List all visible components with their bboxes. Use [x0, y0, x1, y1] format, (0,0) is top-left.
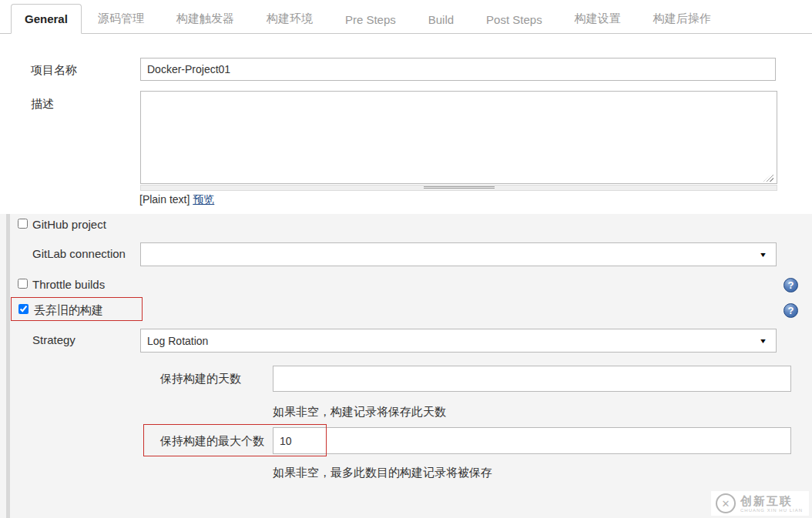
help-icon-throttle-builds[interactable]: ?	[783, 278, 798, 292]
project-name-label: 项目名称	[31, 63, 77, 78]
resize-grip-icon	[424, 186, 495, 189]
tab-build-settings[interactable]: 构建设置	[559, 4, 637, 34]
discard-old-builds-label: 丢弃旧的构建	[34, 303, 103, 318]
project-name-input[interactable]	[140, 58, 776, 81]
chevron-down-icon: ▼	[759, 337, 767, 345]
section-indent-bar	[6, 214, 10, 518]
max-builds-label: 保持构建的最大个数	[160, 434, 264, 449]
github-project-checkbox[interactable]	[18, 219, 28, 229]
tab-build-environment[interactable]: 构建环境	[250, 4, 329, 34]
jenkins-job-config-page: General 源码管理 构建触发器 构建环境 Pre Steps Build …	[0, 0, 812, 518]
textarea-resize-bar[interactable]	[140, 185, 777, 191]
days-to-keep-label: 保持构建的天数	[160, 372, 241, 386]
preview-link[interactable]: 预览	[193, 193, 214, 206]
description-textarea[interactable]	[140, 91, 777, 184]
strategy-select[interactable]: Log Rotation ▼	[140, 329, 777, 353]
throttle-builds-label: Throttle builds	[32, 278, 105, 291]
tab-build-triggers[interactable]: 构建触发器	[160, 4, 250, 34]
throttle-builds-checkbox[interactable]	[18, 279, 28, 289]
description-mode-text: [Plain text]	[139, 193, 190, 206]
watermark-logo-icon: ✕	[716, 493, 736, 513]
chevron-down-icon: ▼	[759, 251, 767, 259]
days-to-keep-help-text: 如果非空，构建记录将保存此天数	[273, 405, 446, 419]
days-to-keep-input[interactable]	[273, 366, 791, 392]
watermark-subtitle: CHUANG XIN HU LIAN	[740, 508, 803, 513]
strategy-value: Log Rotation	[147, 335, 208, 347]
watermark-brand: 创新互联	[740, 495, 803, 506]
description-label: 描述	[31, 97, 54, 112]
gitlab-connection-label: GitLab connection	[32, 247, 126, 260]
tab-source-code-mgmt[interactable]: 源码管理	[82, 4, 160, 34]
discard-old-builds-checkbox[interactable]	[18, 304, 29, 314]
strategy-label: Strategy	[32, 333, 75, 346]
description-preview-row: [Plain text] 预览	[139, 193, 214, 207]
tab-pre-steps[interactable]: Pre Steps	[329, 5, 412, 34]
max-builds-help-text: 如果非空，最多此数目的构建记录将被保存	[273, 466, 492, 480]
tab-post-build-actions[interactable]: 构建后操作	[637, 4, 727, 34]
tab-general[interactable]: General	[11, 4, 82, 34]
tab-build[interactable]: Build	[412, 5, 470, 34]
gitlab-connection-select[interactable]: ▼	[140, 242, 777, 266]
site-watermark: ✕ 创新互联 CHUANG XIN HU LIAN	[711, 491, 809, 516]
tab-post-steps[interactable]: Post Steps	[470, 5, 559, 34]
max-builds-input[interactable]	[273, 427, 791, 454]
help-icon-discard-old-builds[interactable]: ?	[783, 303, 798, 318]
config-tabbar: General 源码管理 构建触发器 构建环境 Pre Steps Build …	[0, 0, 812, 34]
github-project-label: GitHub project	[32, 218, 106, 231]
